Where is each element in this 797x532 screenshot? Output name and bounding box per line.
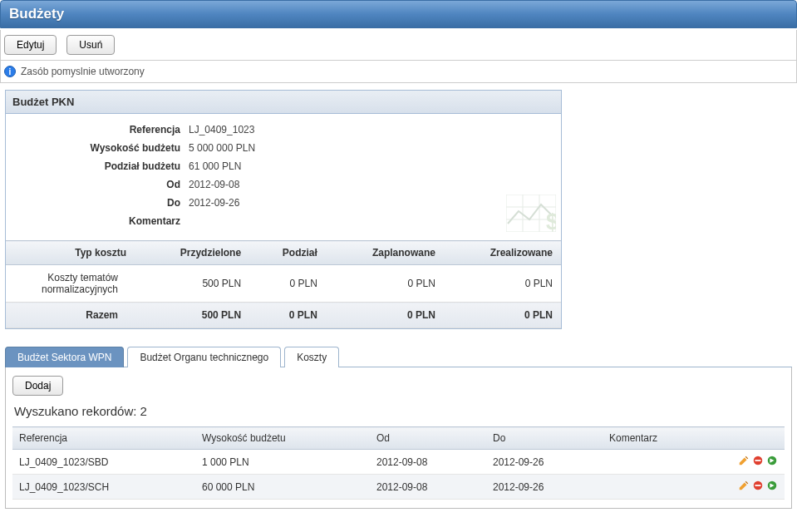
tab-strip: Budżet Sektora WPN Budżet Organu technic… <box>5 346 792 367</box>
podzial-value: 61 000 PLN <box>189 160 241 172</box>
cost-row: Koszty tematów normalizacyjnych 500 PLN … <box>6 265 561 303</box>
pencil-icon[interactable] <box>738 455 750 466</box>
od-label: Od <box>14 179 189 190</box>
wysokosc-label: Wysokość budżetu <box>14 142 189 154</box>
cost-zaplanowane: 0 PLN <box>326 265 444 303</box>
cost-sum-row: Razem 500 PLN 0 PLN 0 PLN 0 PLN <box>6 303 561 328</box>
col-podzial: Podział <box>249 241 326 265</box>
hdr-do[interactable]: Do <box>486 427 603 450</box>
arrow-go-icon[interactable] <box>766 455 778 466</box>
hdr-referencja[interactable]: Referencja <box>12 427 195 450</box>
sum-zrealizowane: 0 PLN <box>444 303 561 328</box>
info-icon: i <box>4 66 16 77</box>
cell-do: 2012-09-26 <box>486 450 603 475</box>
table-row: LJ_0409_1023/SCH 60 000 PLN 2012-09-08 2… <box>12 475 785 500</box>
col-przydzielone: Przydzielone <box>135 241 249 265</box>
wysokosc-value: 5 000 000 PLN <box>189 142 255 154</box>
page-header: Budżety <box>0 0 797 28</box>
cost-przydzielone: 500 PLN <box>135 265 249 303</box>
panel-title: Budżet PKN <box>6 91 561 114</box>
row-actions <box>726 450 785 475</box>
sum-zaplanowane: 0 PLN <box>326 303 444 328</box>
cell-od: 2012-09-08 <box>370 475 486 500</box>
col-zrealizowane: Zrealizowane <box>444 241 561 265</box>
cell-do: 2012-09-26 <box>486 475 603 500</box>
svg-rect-13 <box>755 485 761 486</box>
edit-button[interactable]: Edytuj <box>4 35 57 55</box>
od-value: 2012-09-08 <box>189 179 239 190</box>
podzial-label: Podział budżetu <box>14 160 189 172</box>
pencil-icon[interactable] <box>738 480 750 491</box>
cost-typ: Koszty tematów normalizacyjnych <box>6 265 135 303</box>
cell-wysokosc: 60 000 PLN <box>195 475 370 500</box>
tab-organ-techniczny[interactable]: Budżet Organu technicznego <box>127 347 281 367</box>
svg-rect-10 <box>755 460 761 461</box>
chart-dollar-icon: $ <box>506 195 556 232</box>
sum-label: Razem <box>6 303 135 328</box>
delete-icon[interactable] <box>752 455 764 466</box>
records-table: Referencja Wysokość budżetu Od Do Koment… <box>12 426 785 500</box>
komentarz-label: Komentarz <box>14 215 189 227</box>
main-toolbar: Edytuj Usuń <box>0 30 797 61</box>
budget-panel: Budżet PKN Referencja LJ_0409_1023 Wysok… <box>5 90 562 329</box>
referencja-value: LJ_0409_1023 <box>189 124 254 135</box>
hdr-od[interactable]: Od <box>370 427 486 450</box>
cell-komentarz <box>603 450 726 475</box>
cell-wysokosc: 1 000 PLN <box>195 450 370 475</box>
do-label: Do <box>14 197 189 209</box>
detail-rows: Referencja LJ_0409_1023 Wysokość budżetu… <box>6 114 561 234</box>
sum-podzial: 0 PLN <box>249 303 326 328</box>
row-actions <box>726 475 785 500</box>
sub-toolbar: Dodaj <box>12 376 785 396</box>
add-button[interactable]: Dodaj <box>12 376 63 396</box>
records-count: Wyszukano rekordów: 2 <box>14 404 785 418</box>
delete-button[interactable]: Usuń <box>66 35 115 55</box>
do-value: 2012-09-26 <box>189 197 239 209</box>
hdr-wysokosc[interactable]: Wysokość budżetu <box>195 427 370 450</box>
table-row: LJ_0409_1023/SBD 1 000 PLN 2012-09-08 20… <box>12 450 785 475</box>
cell-referencja: LJ_0409_1023/SCH <box>12 475 195 500</box>
page-title: Budżety <box>9 6 788 22</box>
cell-od: 2012-09-08 <box>370 450 486 475</box>
referencja-label: Referencja <box>14 124 189 135</box>
col-typ: Typ kosztu <box>6 241 135 265</box>
col-zaplanowane: Zaplanowane <box>326 241 444 265</box>
status-message: Zasób pomyslnie utworzony <box>21 66 145 77</box>
svg-text:$: $ <box>546 209 556 232</box>
tab-koszty[interactable]: Koszty <box>284 347 339 367</box>
cost-table: Typ kosztu Przydzielone Podział Zaplanow… <box>6 240 561 328</box>
hdr-komentarz[interactable]: Komentarz <box>603 427 726 450</box>
cost-podzial: 0 PLN <box>249 265 326 303</box>
delete-icon[interactable] <box>752 480 764 491</box>
cell-komentarz <box>603 475 726 500</box>
arrow-go-icon[interactable] <box>766 480 778 491</box>
tab-sektor-wpn[interactable]: Budżet Sektora WPN <box>5 347 124 367</box>
cell-referencja: LJ_0409_1023/SBD <box>12 450 195 475</box>
cost-zrealizowane: 0 PLN <box>444 265 561 303</box>
sum-przydzielone: 500 PLN <box>135 303 249 328</box>
tab-content: Dodaj Wyszukano rekordów: 2 Referencja W… <box>5 367 792 509</box>
status-bar: i Zasób pomyslnie utworzony <box>0 61 797 83</box>
